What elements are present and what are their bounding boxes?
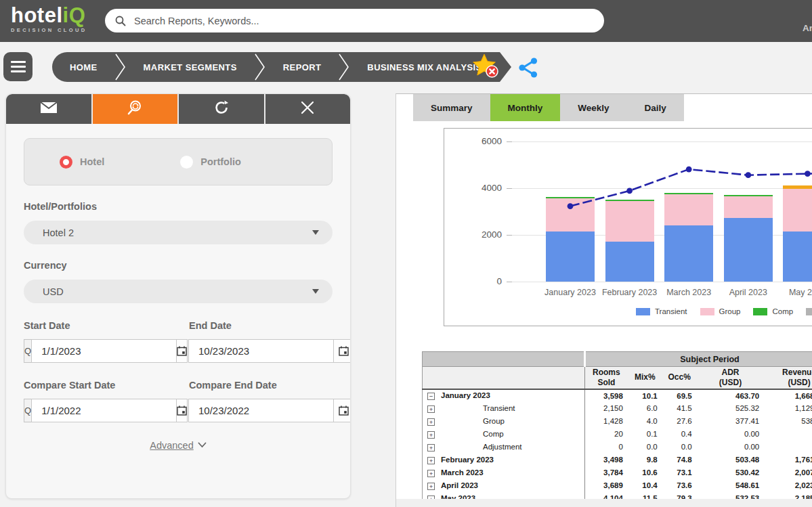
end-date-calendar-button[interactable] (333, 339, 351, 363)
table-row-adjustment[interactable]: +Adjustment00.00.00.00(7) (423, 441, 812, 454)
hotel-select[interactable]: Hotel 2 (24, 221, 333, 244)
legend-item-transient: Transient (636, 307, 687, 315)
menu-button[interactable] (3, 52, 33, 81)
column-header: Revenue (USD) (764, 367, 812, 389)
bar-transient-may-2023 (783, 232, 812, 282)
expand-icon[interactable]: + (427, 483, 435, 490)
table-row-comp[interactable]: +Comp200.10.40.000 (423, 428, 812, 441)
bar-group-april-2023 (724, 196, 773, 218)
refresh-button[interactable] (179, 94, 264, 124)
tab-weekly[interactable]: Weekly (560, 94, 626, 121)
search-input[interactable] (134, 16, 604, 26)
table-row-group[interactable]: +Group1,4284.027.6377.41538,938 (423, 415, 812, 428)
advanced-link[interactable]: Advanced (150, 440, 194, 451)
close-filter-button[interactable] (265, 94, 351, 124)
column-header: ADR (USD) (697, 367, 765, 389)
bar-comp-february-2023 (605, 200, 654, 201)
breadcrumb-item-market-segments[interactable]: MARKET SEGMENTS (126, 52, 255, 82)
user-name-partial[interactable]: An (803, 23, 812, 33)
currency-select-value: USD (43, 286, 312, 297)
table-row-april-2023[interactable]: +April 20233,68910.473.6548.612,023,8074… (423, 479, 812, 492)
table-row-transient[interactable]: +Transient2,1506.041.5525.321,129,4442, (423, 402, 812, 415)
collapse-icon[interactable]: − (427, 393, 435, 400)
compare-end-date-calendar-button[interactable] (333, 399, 351, 422)
cell: 377.41 (697, 415, 765, 428)
expand-icon[interactable]: + (427, 470, 435, 477)
cell: 1,668,375 (764, 389, 812, 402)
cell: 0.00 (697, 428, 765, 441)
bar-transient-march-2023 (664, 225, 713, 282)
cell: 0 (584, 441, 627, 454)
report-content: SummaryMonthlyWeeklyDaily 6000400020000J… (396, 93, 812, 507)
radio-portfolio[interactable]: Portfolio (180, 156, 241, 169)
bar-transient-february-2023 (605, 242, 654, 282)
cell: 10.4 (628, 479, 662, 492)
breadcrumb-item-home[interactable]: HOME (52, 52, 115, 82)
expand-icon[interactable]: + (427, 457, 435, 464)
favorite-star-icon[interactable] (472, 53, 500, 81)
share-icon[interactable] (517, 57, 539, 79)
cell: 9.8 (628, 454, 662, 466)
gridline (512, 188, 812, 189)
column-header: Rooms Sold (584, 367, 627, 389)
tab-monthly[interactable]: Monthly (490, 94, 561, 121)
tab-daily[interactable]: Daily (627, 94, 684, 121)
legend-item-comp: Comp (753, 307, 793, 315)
calendar-icon (339, 346, 349, 356)
top-header: hoteliQ DECISION CLOUD An (0, 0, 812, 42)
table-row-march-2023[interactable]: +March 20233,78410.673.1530.422,007,0914… (423, 466, 812, 479)
logo-text-i: i (63, 3, 69, 27)
compare-end-date-input[interactable] (189, 399, 333, 422)
calendar-icon (177, 405, 187, 416)
cell: 525.32 (697, 402, 765, 415)
search-bar (105, 9, 604, 32)
breadcrumb-chevron-icon (115, 52, 126, 82)
radio-selected-dot (60, 156, 72, 169)
calendar-icon (339, 405, 349, 416)
table-row-january-2023[interactable]: −January 20233,59810.169.5463.701,668,37… (423, 389, 812, 402)
hotel-portfolio-radio-group: Hotel Portfolio (24, 138, 333, 185)
row-label: March 2023 (441, 468, 484, 477)
search-icon (115, 16, 126, 26)
cell: 0.1 (628, 428, 662, 441)
compare-start-date-input[interactable] (32, 399, 176, 422)
chevron-down-icon (312, 289, 319, 294)
gridline (512, 141, 812, 142)
hotel-select-value: Hotel 2 (43, 227, 312, 238)
calendar-icon (177, 346, 187, 356)
currency-select[interactable]: USD (24, 280, 333, 303)
table-row-february-2023[interactable]: +February 20233,4989.874.8503.481,761,15… (423, 454, 812, 466)
cell: 2,023,807 (764, 479, 812, 492)
cell: 463.70 (697, 389, 765, 402)
filter-panel: Hotel Portfolio Hotel/Portfolios Hotel 2… (5, 93, 351, 499)
cell: 10.6 (628, 466, 662, 479)
cell: 74.8 (662, 454, 697, 466)
cell: 10.1 (628, 389, 662, 402)
start-date-input[interactable] (32, 340, 176, 362)
end-date-input[interactable] (189, 340, 333, 362)
expand-icon[interactable]: + (427, 431, 435, 439)
breadcrumb-item-report[interactable]: REPORT (265, 52, 339, 82)
radio-hotel[interactable]: Hotel (60, 156, 104, 169)
row-label: January 2023 (441, 391, 490, 399)
mail-button[interactable] (6, 94, 91, 124)
app-logo: hoteliQ DECISION CLOUD (11, 5, 87, 33)
logo-text-hotel: hotel (11, 3, 63, 27)
cell: 69.5 (662, 389, 697, 402)
hotel-portfolios-label: Hotel/Portfolios (24, 201, 333, 212)
expand-icon[interactable]: + (427, 405, 435, 413)
expand-icon[interactable]: + (427, 444, 435, 451)
business-mix-chart: 6000400020000January 2023February 2023Ma… (444, 128, 812, 326)
cell: 0.4 (662, 428, 697, 441)
compare-start-date-calendar-button[interactable] (176, 399, 188, 422)
expand-icon[interactable]: + (427, 418, 435, 426)
logo-text-q: Q (69, 3, 86, 27)
row-label: April 2023 (441, 481, 478, 489)
close-icon (301, 101, 314, 117)
bar-comp-april-2023 (724, 195, 773, 196)
row-label: Comp (441, 430, 504, 438)
cell: 0.0 (628, 441, 662, 454)
tab-summary[interactable]: Summary (413, 94, 490, 121)
drilldown-button[interactable] (93, 94, 178, 124)
start-date-calendar-button[interactable] (176, 339, 188, 363)
